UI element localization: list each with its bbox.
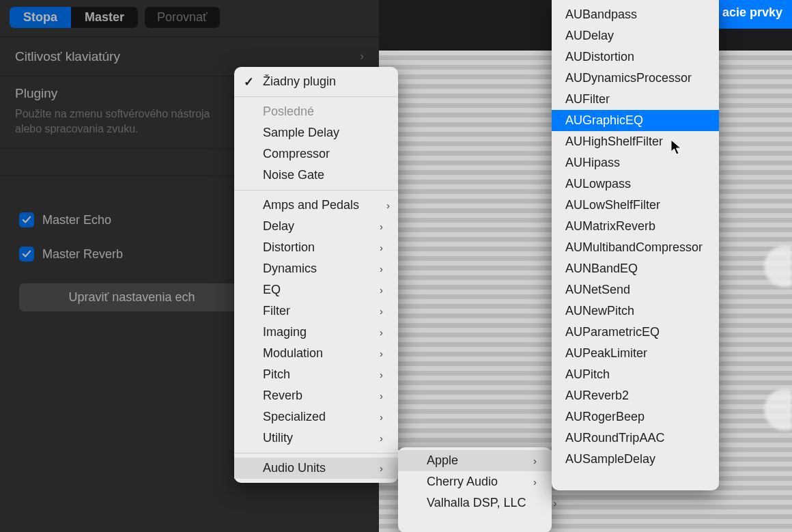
au-plugin-item-label: AUNewPitch <box>565 304 634 318</box>
chevron-right-icon: › <box>352 263 383 275</box>
au-plugin-item-label: AUFilter <box>565 92 610 107</box>
plugin-menu-category[interactable]: Utility› <box>234 428 398 449</box>
chevron-right-icon: › <box>352 284 383 296</box>
chevron-right-icon: › <box>352 369 383 380</box>
chevron-right-icon: › <box>360 49 364 64</box>
au-plugin-item-label: AULowShelfFilter <box>565 198 660 212</box>
au-plugin-item[interactable]: AUFilter <box>552 89 719 110</box>
keyboard-sensitivity-label: Citlivosť klaviatúry <box>15 49 120 64</box>
chevron-right-icon: › <box>526 497 556 509</box>
chevron-right-icon: › <box>352 348 383 359</box>
au-plugin-item-label: AUGraphicEQ <box>565 113 643 128</box>
au-plugin-item[interactable]: AUPeakLimiter <box>552 343 719 364</box>
compare-button[interactable]: Porovnať <box>145 7 220 28</box>
plugin-menu-audio-units[interactable]: Audio Units› <box>234 458 398 479</box>
au-plugin-item-label: AUReverb2 <box>565 389 629 403</box>
chevron-right-icon: › <box>352 432 383 444</box>
au-plugin-item[interactable]: AUNBandEQ <box>552 258 719 279</box>
au-plugin-item-label: AUDynamicsProcessor <box>565 71 692 85</box>
plugin-menu-recent-item[interactable]: Compressor <box>234 143 398 165</box>
checkbox-checked-icon[interactable] <box>19 212 34 227</box>
plugin-menu-none-label: Žiadny plugin <box>263 74 336 89</box>
au-plugin-item-label: AUPeakLimiter <box>565 346 647 361</box>
au-plugin-item[interactable]: AUReverb2 <box>552 385 719 406</box>
menu-separator <box>234 190 398 191</box>
chevron-right-icon: › <box>506 476 537 488</box>
plugin-menu-category[interactable]: EQ› <box>234 279 398 300</box>
knob-decor <box>724 369 792 451</box>
plugin-menu-category[interactable]: Delay› <box>234 216 398 237</box>
au-plugin-menu[interactable]: AUBandpassAUDelayAUDistortionAUDynamicsP… <box>552 0 719 490</box>
plugin-menu-category[interactable]: Specialized› <box>234 406 398 428</box>
manufacturer-menu-item[interactable]: Cherry Audio› <box>398 471 552 492</box>
chevron-right-icon: › <box>506 455 537 466</box>
menu-separator <box>234 96 398 97</box>
plugin-menu[interactable]: ✓ Žiadny plugin Posledné Sample Delay Co… <box>234 67 398 483</box>
plugin-menu-category[interactable]: Reverb› <box>234 385 398 406</box>
au-plugin-item[interactable]: AUPitch <box>552 364 719 385</box>
plugin-menu-category[interactable]: Distortion› <box>234 237 398 258</box>
au-plugin-item-label: AUMultibandCompressor <box>565 240 703 255</box>
au-plugin-item[interactable]: AUHighShelfFilter <box>552 131 719 152</box>
plugin-menu-category[interactable]: Dynamics› <box>234 258 398 279</box>
manufacturer-menu-item[interactable]: Apple› <box>398 450 552 471</box>
segment-master[interactable]: Master <box>71 7 138 28</box>
au-plugin-item[interactable]: AUDelay <box>552 25 719 46</box>
chevron-right-icon: › <box>352 221 383 232</box>
au-plugin-item-label: AUNetSend <box>565 283 630 297</box>
au-plugin-item[interactable]: AUParametricEQ <box>552 322 719 343</box>
au-plugin-item[interactable]: AUBandpass <box>552 4 719 25</box>
au-plugin-item-label: AUHighShelfFilter <box>565 135 663 149</box>
au-plugin-item-label: AUMatrixReverb <box>565 219 655 234</box>
checkmark-icon: ✓ <box>244 74 254 89</box>
au-plugin-item-label: AUHipass <box>565 156 620 170</box>
au-plugin-item[interactable]: AURoundTripAAC <box>552 428 719 449</box>
plugin-menu-recent-item[interactable]: Noise Gate <box>234 165 398 186</box>
au-plugin-item-label: AUSampleDelay <box>565 452 655 466</box>
au-plugin-item-label: AUNBandEQ <box>565 262 638 276</box>
manufacturer-menu-item[interactable]: Valhalla DSP, LLC› <box>398 492 552 514</box>
plugins-hint: Použite na zmenu softvérového nástroja a… <box>0 105 225 148</box>
chevron-right-icon: › <box>352 411 383 423</box>
manufacturer-menu[interactable]: Apple› Cherry Audio› Valhalla DSP, LLC› <box>398 447 552 532</box>
au-plugin-item-label: AUDelay <box>565 29 614 43</box>
menu-separator <box>234 453 398 453</box>
plugin-menu-category[interactable]: Amps and Pedals› <box>234 195 398 216</box>
plugin-menu-category[interactable]: Pitch› <box>234 364 398 385</box>
chevron-right-icon: › <box>352 390 383 402</box>
au-plugin-item[interactable]: AURogerBeep <box>552 406 719 428</box>
au-plugin-item[interactable]: AUDynamicsProcessor <box>552 68 719 89</box>
au-plugin-item-label: AULowpass <box>565 177 631 191</box>
au-plugin-item[interactable]: AULowpass <box>552 173 719 195</box>
au-plugin-item-label: AUPitch <box>565 367 610 382</box>
au-plugin-item[interactable]: AUNetSend <box>552 279 719 300</box>
plugin-menu-category[interactable]: Modulation› <box>234 343 398 364</box>
au-plugin-item[interactable]: AUGraphicEQ <box>552 110 719 131</box>
au-plugin-item[interactable]: AULowShelfFilter <box>552 195 719 216</box>
au-plugin-item-label: AUBandpass <box>565 8 637 22</box>
plugin-menu-category[interactable]: Imaging› <box>234 322 398 343</box>
top-right-button[interactable]: acie prvky <box>707 0 792 29</box>
plugin-menu-recent-item[interactable]: Sample Delay <box>234 122 398 143</box>
au-plugin-item-label: AUParametricEQ <box>565 325 660 339</box>
plugin-menu-recent-header: Posledné <box>234 101 398 122</box>
au-plugin-item[interactable]: AUMultibandCompressor <box>552 237 719 258</box>
au-plugin-item[interactable]: AUSampleDelay <box>552 449 719 470</box>
au-plugin-item-label: AURogerBeep <box>565 410 645 424</box>
au-plugin-item[interactable]: AUNewPitch <box>552 300 719 322</box>
au-plugin-item[interactable]: AUDistortion <box>552 46 719 68</box>
edit-echo-settings-button[interactable]: Upraviť nastavenia ech <box>19 283 244 311</box>
chevron-right-icon: › <box>352 326 383 338</box>
au-plugin-item[interactable]: AUMatrixReverb <box>552 216 719 237</box>
plugin-menu-none[interactable]: ✓ Žiadny plugin <box>234 71 398 92</box>
chevron-right-icon: › <box>359 199 390 211</box>
segment-stopa[interactable]: Stopa <box>10 7 71 28</box>
au-plugin-item-label: AURoundTripAAC <box>565 431 664 445</box>
plugin-menu-category[interactable]: Filter› <box>234 300 398 322</box>
checkbox-checked-icon[interactable] <box>19 247 34 262</box>
au-plugin-item[interactable]: AUHipass <box>552 152 719 173</box>
chevron-right-icon: › <box>352 462 383 474</box>
track-master-segment[interactable]: Stopa Master <box>10 7 138 28</box>
au-plugin-item-label: AUDistortion <box>565 50 634 64</box>
chevron-right-icon: › <box>352 242 383 253</box>
